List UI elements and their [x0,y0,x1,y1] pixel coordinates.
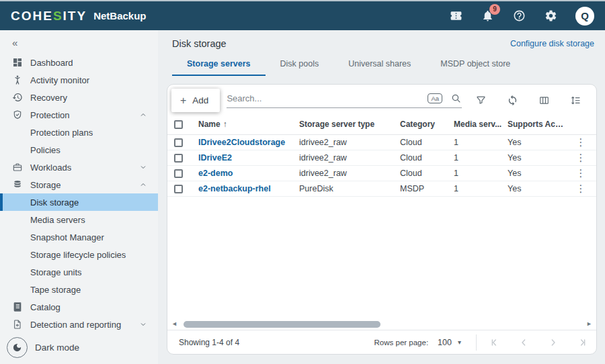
sidebar-item-catalog[interactable]: Catalog [0,298,158,316]
sidebar-item-storage-lifecycle-policies[interactable]: Storage lifecycle policies [0,246,158,263]
sidebar-item-protection-plans[interactable]: Protection plans [0,124,158,141]
cell-category: MSDP [400,184,454,193]
catalog-book-icon [11,302,24,312]
scrollbar-thumb[interactable] [184,321,380,328]
notification-count-badge: 9 [489,4,500,15]
table-header-row: Name↑ Storage server type Category Media… [167,114,596,135]
first-page-icon[interactable] [489,337,499,348]
filter-icon[interactable] [475,95,487,106]
showing-count-label: Showing 1-4 of 4 [179,338,239,347]
sidebar-item-storage-units[interactable]: Storage units [0,263,158,281]
cell-category: Cloud [400,169,454,178]
row-actions-kebab-icon[interactable]: ⋮ [571,183,591,195]
scrollbar-track[interactable] [181,321,583,328]
top-bar: COHESITY NetBackup 9 Q [0,1,605,30]
sidebar-item-disk-storage[interactable]: Disk storage [0,193,158,211]
settings-gear-icon[interactable] [544,9,557,23]
search-icon[interactable] [450,93,462,104]
tab-universal-shares[interactable]: Universal shares [333,59,426,76]
detection-report-icon [11,319,24,330]
sidebar-item-media-servers[interactable]: Media servers [0,211,158,228]
match-case-toggle[interactable]: Aa [428,93,442,103]
sidebar-item-detection-and-reporting[interactable]: Detection and reporting [0,316,158,333]
column-header-category[interactable]: Category [400,120,454,129]
sidebar-item-label: Policies [30,145,61,155]
sidebar-item-storage[interactable]: Storage [0,176,158,193]
row-actions-kebab-icon[interactable]: ⋮ [571,152,591,164]
workloads-briefcase-icon [11,162,24,173]
sidebar: « Dashboard Activity monitor Recovery Pr… [0,30,158,364]
sidebar-item-label: Storage lifecycle policies [30,250,126,260]
row-actions-kebab-icon[interactable]: ⋮ [571,136,591,148]
cell-media-servers: 1 [454,184,508,193]
cell-category: Cloud [400,153,454,163]
row-checkbox[interactable] [174,185,183,193]
sidebar-item-recovery[interactable]: Recovery [0,89,158,106]
select-all-checkbox[interactable] [174,120,183,129]
rows-per-page-value: 100 [438,338,452,347]
sidebar-item-snapshot-manager[interactable]: Snapshot Manager [0,228,158,246]
search-input[interactable] [227,93,428,103]
sidebar-collapse-icon[interactable]: « [0,36,158,54]
sidebar-item-label: Snapshot Manager [30,232,104,242]
row-checkbox[interactable] [174,154,183,163]
sidebar-item-label: Activity monitor [30,75,89,85]
chevron-down-icon [139,320,147,328]
app-window: COHESITY NetBackup 9 Q « Dashbo [0,0,605,364]
last-page-icon[interactable] [577,337,588,348]
row-density-icon[interactable] [570,95,581,106]
dashboard-icon [11,57,24,68]
brand-green-s: S [53,9,63,23]
next-page-icon[interactable] [548,337,559,348]
columns-icon[interactable] [538,95,550,106]
tab-storage-servers[interactable]: Storage servers [172,59,266,76]
column-header-name[interactable]: Name↑ [198,120,299,129]
scroll-left-icon[interactable]: ◄ [171,321,177,327]
chevron-up-icon [139,181,147,189]
scroll-right-icon[interactable]: ► [586,321,592,327]
storage-server-link[interactable]: e2-netbackup-rhel [198,184,299,193]
sidebar-item-label: Protection [30,110,70,120]
dark-mode-toggle[interactable]: Dark mode [0,337,158,358]
storage-server-link[interactable]: IDriveE2 [198,153,299,163]
ticket-icon[interactable] [449,9,462,23]
search-bar: Aa [227,93,462,108]
sidebar-item-label: Detection and reporting [30,320,121,330]
configure-disk-storage-link[interactable]: Configure disk storage [510,39,594,48]
refresh-icon[interactable] [507,95,518,106]
storage-server-link[interactable]: IDrivee2Cloudstorage [198,138,299,147]
row-checkbox[interactable] [174,138,183,147]
tab-bar: Storage servers Disk pools Universal sha… [167,59,597,76]
notifications-bell-icon[interactable]: 9 [481,9,494,23]
user-avatar[interactable]: Q [575,7,594,26]
sidebar-item-label: Dashboard [30,58,73,68]
column-header-accelerator[interactable]: Supports Accelerator [508,120,571,129]
sidebar-item-tape-storage[interactable]: Tape storage [0,281,158,298]
cell-type: idrivee2_raw [299,153,400,163]
sidebar-item-label: Storage units [30,267,82,277]
add-button[interactable]: + Add [171,89,220,112]
sidebar-item-dashboard[interactable]: Dashboard [0,54,158,71]
rows-per-page-select[interactable]: 100 ▾ [438,338,461,347]
tab-msdp-object-store[interactable]: MSDP object store [426,59,525,76]
cohesity-logo: COHESITY [11,9,87,24]
column-header-type[interactable]: Storage server type [299,120,400,129]
help-icon[interactable] [512,9,526,23]
sidebar-item-policies[interactable]: Policies [0,141,158,158]
sidebar-item-label: Catalog [30,302,61,312]
cell-accelerator: Yes [508,169,571,178]
storage-database-icon [11,179,24,190]
column-header-media-servers[interactable]: Media serv... [454,120,508,129]
row-actions-kebab-icon[interactable]: ⋮ [571,167,591,179]
sidebar-item-activity-monitor[interactable]: Activity monitor [0,71,158,89]
previous-page-icon[interactable] [518,337,529,348]
page-title: Disk storage [172,38,227,49]
sidebar-item-label: Storage [30,180,61,190]
brand-text-end: ITY [63,9,87,23]
storage-server-link[interactable]: e2-demo [198,169,299,178]
sidebar-item-label: Recovery [30,93,67,103]
row-checkbox[interactable] [174,169,183,178]
sidebar-item-workloads[interactable]: Workloads [0,158,158,176]
tab-disk-pools[interactable]: Disk pools [266,59,334,76]
sidebar-item-protection[interactable]: Protection [0,106,158,124]
